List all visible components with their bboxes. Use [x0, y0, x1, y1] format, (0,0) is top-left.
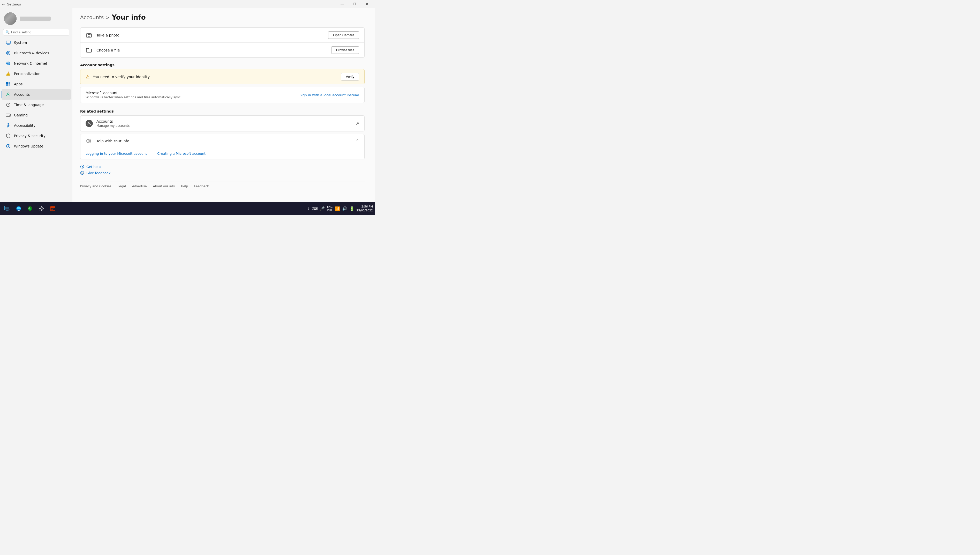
account-settings-title: Account settings: [80, 63, 365, 67]
sidebar-item-bluetooth[interactable]: B Bluetooth & devices: [2, 48, 71, 58]
accounts-icon: [6, 92, 11, 97]
sidebar-item-update[interactable]: Windows Update: [2, 141, 71, 151]
taskbar-keyboard-icon[interactable]: ⌨: [312, 206, 318, 211]
apps-icon: [6, 82, 11, 87]
sidebar-label-accounts: Accounts: [14, 92, 30, 96]
sidebar-item-network[interactable]: Network & internet: [2, 58, 71, 69]
svg-rect-0: [6, 41, 10, 44]
sidebar-item-gaming[interactable]: Gaming: [2, 110, 71, 120]
network-icon: [6, 61, 11, 66]
footer-help[interactable]: Help: [181, 184, 188, 188]
privacy-icon: [6, 133, 11, 138]
svg-rect-10: [8, 82, 10, 84]
sidebar-label-personalization: Personalization: [14, 72, 40, 76]
give-feedback-label: Give feedback: [86, 171, 110, 175]
take-photo-label: Take a photo: [96, 33, 324, 37]
accounts-related-card[interactable]: Accounts Manage my accounts ↗: [80, 115, 365, 132]
back-icon[interactable]: ←: [2, 2, 5, 6]
sidebar-label-time: Time & language: [14, 103, 44, 107]
taskbar-clock[interactable]: 2:56 PM 25/03/2022: [357, 205, 373, 213]
profile-name: [20, 16, 51, 21]
footer-privacy[interactable]: Privacy and Cookies: [80, 184, 112, 188]
sidebar-item-accounts[interactable]: Accounts: [2, 89, 71, 99]
help-link-2[interactable]: Creating a Microsoft account: [157, 152, 206, 156]
time-icon: [6, 102, 11, 107]
bluetooth-icon: B: [6, 50, 11, 56]
sidebar-item-privacy[interactable]: Privacy & security: [2, 131, 71, 141]
sidebar-item-accessibility[interactable]: Accessibility: [2, 120, 71, 131]
help-link-1[interactable]: Logging in to your Microsoft account: [86, 152, 147, 156]
taskbar-volume-icon[interactable]: 🔊: [342, 206, 347, 211]
taskbar-wifi-icon[interactable]: 📶: [335, 206, 340, 211]
taskbar-settings-icon[interactable]: [36, 204, 46, 214]
svg-point-22: [8, 124, 9, 124]
minimize-button[interactable]: —: [336, 0, 348, 8]
ms-account-title: Microsoft account: [86, 91, 299, 95]
help-header[interactable]: Help with Your info ⌃: [80, 134, 365, 148]
avatar: [4, 13, 16, 25]
svg-rect-43: [50, 207, 55, 208]
folder-icon: [86, 47, 92, 54]
svg-rect-11: [6, 84, 8, 86]
give-feedback-link[interactable]: 💬 Give feedback: [80, 171, 365, 175]
maximize-button[interactable]: ❐: [349, 0, 360, 8]
sidebar-item-time[interactable]: Time & language: [2, 99, 71, 110]
svg-rect-36: [6, 210, 8, 211]
search-input[interactable]: [11, 30, 67, 34]
clock-date: 25/03/2022: [357, 209, 373, 212]
warning-icon: ⚠: [86, 74, 90, 79]
footer-bar: Privacy and Cookies Legal Advertise Abou…: [80, 181, 365, 188]
sidebar-label-system: System: [14, 41, 27, 45]
take-photo-row: Take a photo Open Camera: [80, 28, 365, 42]
svg-point-26: [91, 34, 91, 35]
taskbar-games-icon[interactable]: G: [25, 204, 35, 214]
local-account-link[interactable]: Sign in with a local account instead: [299, 93, 359, 97]
footer-ads[interactable]: About our ads: [153, 184, 175, 188]
breadcrumb-parent[interactable]: Accounts: [80, 14, 104, 21]
taskbar-up-arrow-icon[interactable]: ⇧: [307, 207, 310, 210]
svg-text:B: B: [7, 52, 9, 55]
taskbar-mic-icon[interactable]: 🎤: [320, 206, 325, 211]
search-box[interactable]: 🔍: [3, 29, 69, 35]
svg-point-27: [88, 122, 90, 124]
footer-advertise[interactable]: Advertise: [132, 184, 147, 188]
main-content: Accounts > Your info Take a photo Open C…: [72, 8, 375, 202]
svg-point-8: [8, 72, 9, 72]
taskbar-battery-icon[interactable]: 🔋: [349, 206, 355, 211]
sidebar-item-apps[interactable]: Apps: [2, 79, 71, 89]
svg-rect-9: [6, 82, 8, 84]
bottom-links: ? Get help 💬 Give feedback: [80, 165, 365, 175]
related-settings-title: Related settings: [80, 109, 365, 113]
taskbar-edge-icon[interactable]: [13, 204, 24, 214]
svg-line-16: [8, 105, 9, 105]
help-title: Help with Your info: [96, 139, 352, 143]
footer-legal[interactable]: Legal: [118, 184, 126, 188]
close-button[interactable]: ✕: [361, 0, 373, 8]
sidebar-item-personalization[interactable]: Personalization: [2, 69, 71, 79]
svg-text:G: G: [29, 207, 30, 210]
window-controls: — ❐ ✕: [336, 0, 373, 8]
taskbar-task-icon[interactable]: [48, 204, 58, 214]
open-camera-button[interactable]: Open Camera: [328, 31, 359, 39]
svg-point-21: [9, 115, 10, 115]
taskbar-lang: ENGINTL: [327, 205, 333, 212]
svg-rect-1: [7, 44, 9, 45]
svg-point-13: [8, 93, 9, 95]
svg-rect-12: [8, 84, 10, 86]
taskbar-monitor-icon[interactable]: [2, 204, 13, 214]
choose-file-row: Choose a file Browse files: [80, 42, 365, 58]
breadcrumb-separator: >: [106, 15, 110, 20]
personalization-icon: [6, 71, 11, 76]
svg-point-25: [88, 34, 90, 37]
get-help-link[interactable]: ? Get help: [80, 165, 365, 169]
sidebar-item-system[interactable]: System: [2, 37, 71, 48]
verify-text: You need to verify your identity.: [93, 75, 338, 79]
verify-button[interactable]: Verify: [341, 73, 359, 80]
sidebar-label-accessibility: Accessibility: [14, 124, 35, 128]
profile-section: [0, 8, 72, 28]
accounts-card-sub: Manage my accounts: [96, 124, 352, 128]
footer-feedback[interactable]: Feedback: [194, 184, 209, 188]
ms-account-row: Microsoft account Windows is better when…: [80, 87, 365, 103]
browse-files-button[interactable]: Browse files: [331, 47, 359, 54]
sidebar: 🔍 System B Bluetooth & devices: [0, 8, 72, 202]
